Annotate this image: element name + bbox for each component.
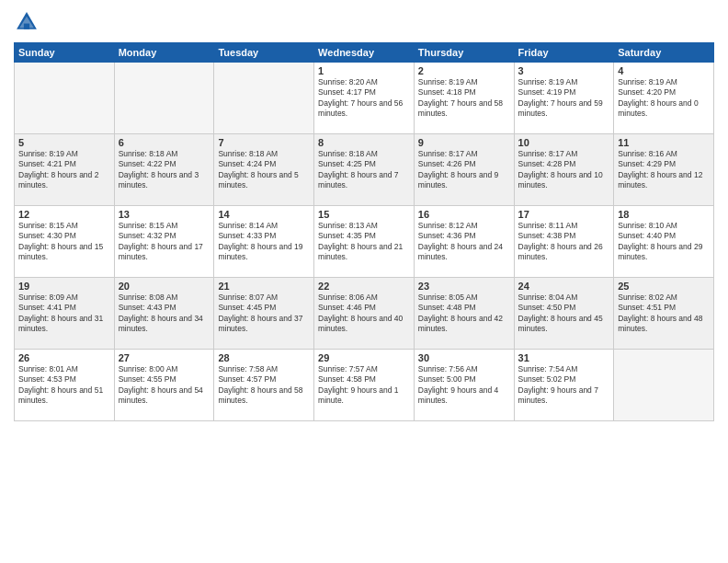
day-cell: 5Sunrise: 8:19 AMSunset: 4:21 PMDaylight… [15,134,115,206]
page: SundayMondayTuesdayWednesdayThursdayFrid… [0,0,728,563]
day-info: Sunrise: 8:18 AMSunset: 4:24 PMDaylight:… [218,149,310,191]
day-cell: 26Sunrise: 8:01 AMSunset: 4:53 PMDayligh… [15,350,115,421]
day-info: Sunrise: 8:08 AMSunset: 4:43 PMDaylight:… [119,293,210,335]
day-number: 31 [518,352,610,363]
day-info: Sunrise: 8:10 AMSunset: 4:40 PMDaylight:… [618,221,710,263]
day-info: Sunrise: 8:17 AMSunset: 4:28 PMDaylight:… [518,149,610,191]
day-number: 26 [18,352,110,363]
day-number: 19 [18,281,110,292]
header-row: SundayMondayTuesdayWednesdayThursdayFrid… [15,43,714,63]
day-number: 24 [518,281,610,292]
day-info: Sunrise: 8:18 AMSunset: 4:25 PMDaylight:… [318,149,410,191]
day-number: 22 [318,281,410,292]
day-number: 3 [518,65,610,76]
day-cell: 22Sunrise: 8:06 AMSunset: 4:46 PMDayligh… [314,278,415,350]
day-number: 29 [318,352,410,363]
header [14,9,714,35]
day-info: Sunrise: 8:19 AMSunset: 4:21 PMDaylight:… [18,149,110,191]
day-number: 4 [618,65,710,76]
day-cell: 9Sunrise: 8:17 AMSunset: 4:26 PMDaylight… [414,134,514,206]
day-cell: 30Sunrise: 7:56 AMSunset: 5:00 PMDayligh… [414,350,514,421]
svg-rect-2 [24,24,29,29]
day-cell: 11Sunrise: 8:16 AMSunset: 4:29 PMDayligh… [614,134,714,206]
week-row-5: 26Sunrise: 8:01 AMSunset: 4:53 PMDayligh… [15,350,714,421]
day-number: 21 [218,281,310,292]
calendar: SundayMondayTuesdayWednesdayThursdayFrid… [14,42,714,421]
day-info: Sunrise: 8:05 AMSunset: 4:48 PMDaylight:… [418,293,510,335]
day-cell: 21Sunrise: 8:07 AMSunset: 4:45 PMDayligh… [214,278,314,350]
day-cell [614,350,714,421]
day-cell: 14Sunrise: 8:14 AMSunset: 4:33 PMDayligh… [214,206,314,278]
day-number: 28 [218,352,310,363]
day-info: Sunrise: 8:17 AMSunset: 4:26 PMDaylight:… [418,149,510,191]
day-number: 27 [119,352,210,363]
day-number: 20 [119,281,210,292]
day-cell: 16Sunrise: 8:12 AMSunset: 4:36 PMDayligh… [414,206,514,278]
day-number: 14 [218,209,310,220]
day-number: 25 [618,281,710,292]
day-number: 16 [418,209,510,220]
day-info: Sunrise: 8:00 AMSunset: 4:55 PMDaylight:… [119,364,210,407]
day-cell: 10Sunrise: 8:17 AMSunset: 4:28 PMDayligh… [514,134,614,206]
day-cell: 6Sunrise: 8:18 AMSunset: 4:22 PMDaylight… [114,134,214,206]
day-cell: 4Sunrise: 8:19 AMSunset: 4:20 PMDaylight… [614,63,714,134]
day-cell: 15Sunrise: 8:13 AMSunset: 4:35 PMDayligh… [314,206,415,278]
day-number: 18 [618,209,710,220]
header-day-friday: Friday [514,43,614,63]
day-cell: 17Sunrise: 8:11 AMSunset: 4:38 PMDayligh… [514,206,614,278]
day-number: 8 [318,137,410,148]
day-info: Sunrise: 8:15 AMSunset: 4:30 PMDaylight:… [18,221,110,263]
day-cell: 29Sunrise: 7:57 AMSunset: 4:58 PMDayligh… [314,350,415,421]
day-info: Sunrise: 8:12 AMSunset: 4:36 PMDaylight:… [418,221,510,263]
day-cell: 27Sunrise: 8:00 AMSunset: 4:55 PMDayligh… [114,350,214,421]
day-info: Sunrise: 8:02 AMSunset: 4:51 PMDaylight:… [618,293,710,335]
day-cell [114,63,214,134]
day-info: Sunrise: 8:14 AMSunset: 4:33 PMDaylight:… [218,221,310,263]
day-number: 15 [318,209,410,220]
header-day-tuesday: Tuesday [214,43,314,63]
day-cell: 7Sunrise: 8:18 AMSunset: 4:24 PMDaylight… [214,134,314,206]
logo-icon [14,9,40,35]
day-info: Sunrise: 7:57 AMSunset: 4:58 PMDaylight:… [318,364,410,407]
day-cell: 23Sunrise: 8:05 AMSunset: 4:48 PMDayligh… [414,278,514,350]
day-info: Sunrise: 8:04 AMSunset: 4:50 PMDaylight:… [518,293,610,335]
day-number: 10 [518,137,610,148]
day-info: Sunrise: 8:07 AMSunset: 4:45 PMDaylight:… [218,293,310,335]
day-cell: 24Sunrise: 8:04 AMSunset: 4:50 PMDayligh… [514,278,614,350]
day-number: 17 [518,209,610,220]
day-cell: 13Sunrise: 8:15 AMSunset: 4:32 PMDayligh… [114,206,214,278]
day-info: Sunrise: 8:19 AMSunset: 4:18 PMDaylight:… [418,77,510,120]
week-row-3: 12Sunrise: 8:15 AMSunset: 4:30 PMDayligh… [15,206,714,278]
header-day-sunday: Sunday [15,43,115,63]
header-day-thursday: Thursday [414,43,514,63]
week-row-1: 1Sunrise: 8:20 AMSunset: 4:17 PMDaylight… [15,63,714,134]
day-info: Sunrise: 8:19 AMSunset: 4:19 PMDaylight:… [518,77,610,120]
header-day-saturday: Saturday [614,43,714,63]
day-info: Sunrise: 8:16 AMSunset: 4:29 PMDaylight:… [618,149,710,191]
day-cell: 8Sunrise: 8:18 AMSunset: 4:25 PMDaylight… [314,134,415,206]
day-cell: 20Sunrise: 8:08 AMSunset: 4:43 PMDayligh… [114,278,214,350]
week-row-4: 19Sunrise: 8:09 AMSunset: 4:41 PMDayligh… [15,278,714,350]
header-day-monday: Monday [114,43,214,63]
header-day-wednesday: Wednesday [314,43,415,63]
day-cell: 18Sunrise: 8:10 AMSunset: 4:40 PMDayligh… [614,206,714,278]
day-info: Sunrise: 8:18 AMSunset: 4:22 PMDaylight:… [119,149,210,191]
day-number: 23 [418,281,510,292]
day-number: 7 [218,137,310,148]
day-info: Sunrise: 7:54 AMSunset: 5:02 PMDaylight:… [518,364,610,407]
day-number: 9 [418,137,510,148]
day-number: 1 [318,65,410,76]
day-info: Sunrise: 8:09 AMSunset: 4:41 PMDaylight:… [18,293,110,335]
day-number: 2 [418,65,510,76]
day-cell [214,63,314,134]
day-number: 12 [18,209,110,220]
day-cell: 12Sunrise: 8:15 AMSunset: 4:30 PMDayligh… [15,206,115,278]
day-number: 6 [119,137,210,148]
day-info: Sunrise: 7:58 AMSunset: 4:57 PMDaylight:… [218,364,310,407]
logo [14,9,43,35]
day-info: Sunrise: 8:01 AMSunset: 4:53 PMDaylight:… [18,364,110,407]
day-info: Sunrise: 7:56 AMSunset: 5:00 PMDaylight:… [418,364,510,407]
day-cell: 2Sunrise: 8:19 AMSunset: 4:18 PMDaylight… [414,63,514,134]
week-row-2: 5Sunrise: 8:19 AMSunset: 4:21 PMDaylight… [15,134,714,206]
day-cell: 31Sunrise: 7:54 AMSunset: 5:02 PMDayligh… [514,350,614,421]
